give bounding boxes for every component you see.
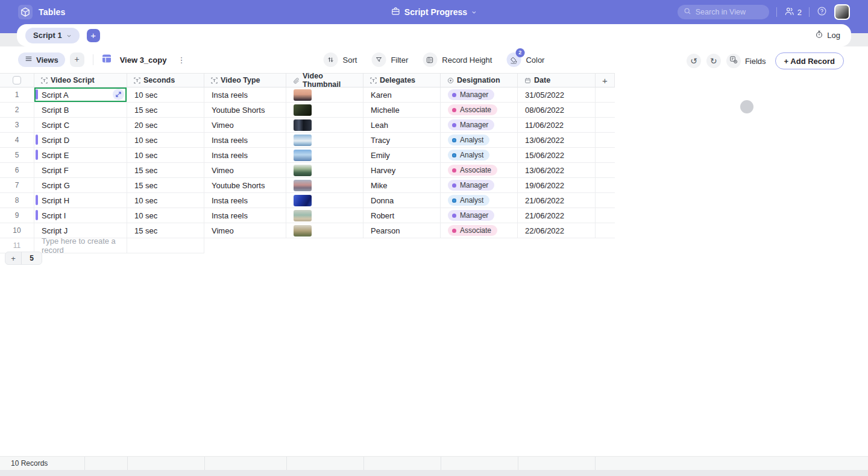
cell-designation[interactable]: Associate — [441, 163, 518, 177]
row-number[interactable]: 1 — [0, 87, 34, 102]
fields-label[interactable]: Fields — [745, 57, 766, 66]
cell-video-script[interactable]: Script D — [34, 133, 127, 147]
cell-date[interactable]: 11/06/2022 — [518, 118, 596, 132]
log-button[interactable]: Log — [815, 30, 843, 40]
row-number[interactable]: 7 — [0, 178, 34, 192]
cell-video-thumbnail[interactable] — [286, 178, 363, 192]
cell-video-thumbnail[interactable] — [286, 87, 363, 102]
app-brand[interactable]: Tables — [18, 0, 66, 24]
cell-designation[interactable]: Analyst — [441, 148, 518, 162]
view-menu-button[interactable]: ⋮ — [177, 56, 185, 65]
cell-video-thumbnail[interactable] — [286, 103, 363, 117]
video-thumbnail-image[interactable] — [294, 210, 312, 221]
cell-video-thumbnail[interactable] — [286, 223, 363, 238]
cell-seconds[interactable]: 10 sec — [127, 148, 204, 162]
cell-video-type[interactable]: Youtube Shorts — [204, 103, 286, 117]
cell-seconds[interactable]: 15 sec — [127, 178, 204, 192]
column-header-date[interactable]: Date — [518, 74, 596, 87]
cell-video-type[interactable]: Insta reels — [204, 208, 286, 223]
add-view-button[interactable]: + — [70, 52, 84, 67]
cell-date[interactable]: 08/06/2022 — [518, 103, 596, 117]
base-title-menu[interactable]: Script Progress — [391, 0, 477, 24]
cell-video-script[interactable]: Script F — [34, 163, 127, 177]
column-header-video-script[interactable]: Video Script — [34, 74, 127, 87]
fields-button[interactable] — [726, 54, 741, 68]
cell-seconds[interactable]: 10 sec — [127, 208, 204, 223]
column-header-seconds[interactable]: Seconds — [127, 74, 204, 87]
cell-date[interactable]: 13/06/2022 — [518, 133, 596, 147]
video-thumbnail-image[interactable] — [294, 150, 312, 161]
cell-video-type[interactable]: Insta reels — [204, 87, 286, 102]
sort-button[interactable]: Sort — [324, 52, 357, 67]
add-table-button[interactable]: + — [87, 29, 100, 42]
cell-delegates[interactable]: Leah — [363, 118, 441, 132]
search-input[interactable]: Search in View — [678, 5, 769, 19]
cell-designation[interactable]: Associate — [441, 223, 518, 238]
cell-video-script[interactable]: Script G — [34, 178, 127, 192]
bottom-scroll-track[interactable] — [0, 470, 868, 476]
filter-button[interactable]: Filter — [371, 52, 408, 67]
cell-delegates[interactable]: Michelle — [363, 103, 441, 117]
column-header-designation[interactable]: Designation — [441, 74, 518, 87]
cell-date[interactable]: 21/06/2022 — [518, 193, 596, 208]
add-rows-button[interactable]: + — [5, 252, 22, 264]
cell-delegates[interactable]: Donna — [363, 193, 441, 208]
cell-video-script[interactable]: Script H — [34, 193, 127, 208]
video-thumbnail-image[interactable] — [294, 165, 312, 176]
cell-delegates[interactable]: Harvey — [363, 163, 441, 177]
cell-delegates[interactable]: Karen — [363, 87, 441, 102]
expand-record-button[interactable] — [113, 89, 124, 100]
column-header-delegates[interactable]: Delegates — [363, 74, 441, 87]
cell-designation[interactable]: Analyst — [441, 193, 518, 208]
cell-designation[interactable]: Associate — [441, 103, 518, 117]
cell-video-thumbnail[interactable] — [286, 193, 363, 208]
cell-designation[interactable]: Analyst — [441, 133, 518, 147]
cell-video-thumbnail[interactable] — [286, 148, 363, 162]
cell-date[interactable]: 15/06/2022 — [518, 148, 596, 162]
cell-video-script[interactable]: Script J — [34, 223, 127, 238]
video-thumbnail-image[interactable] — [294, 180, 312, 191]
cell-video-script[interactable]: Script C — [34, 118, 127, 132]
cell-date[interactable]: 19/06/2022 — [518, 178, 596, 192]
cell-delegates[interactable]: Pearson — [363, 223, 441, 238]
cell-video-type[interactable]: Insta reels — [204, 193, 286, 208]
row-number[interactable]: 8 — [0, 193, 34, 208]
row-number[interactable]: 5 — [0, 148, 34, 162]
video-thumbnail-image[interactable] — [294, 119, 312, 131]
video-thumbnail-image[interactable] — [294, 225, 312, 236]
cell-seconds[interactable]: 15 sec — [127, 163, 204, 177]
cell-delegates[interactable]: Emily — [363, 148, 441, 162]
cell-seconds[interactable]: 10 sec — [127, 133, 204, 147]
help-button[interactable] — [817, 6, 827, 19]
cell-video-thumbnail[interactable] — [286, 118, 363, 132]
cell-date[interactable]: 21/06/2022 — [518, 208, 596, 223]
cell-video-thumbnail[interactable] — [286, 163, 363, 177]
record-height-button[interactable]: Record Height — [423, 52, 492, 67]
video-thumbnail-image[interactable] — [294, 89, 312, 101]
add-rows-count-input[interactable]: 5 — [22, 252, 42, 264]
collaborators-button[interactable]: 2 — [784, 7, 802, 17]
cell-delegates[interactable]: Tracy — [363, 133, 441, 147]
cell-designation[interactable]: Manager — [441, 178, 518, 192]
add-field-button[interactable]: + — [596, 74, 615, 87]
view-name[interactable]: View 3_copy — [120, 56, 167, 65]
cell-seconds[interactable]: 15 sec — [127, 223, 204, 238]
tab-script-1[interactable]: Script 1 — [25, 28, 80, 43]
row-number[interactable]: 3 — [0, 118, 34, 132]
new-record-input[interactable]: Type here to create a record — [34, 238, 127, 253]
row-number[interactable]: 10 — [0, 223, 34, 238]
cell-video-script[interactable]: Script B — [34, 103, 127, 117]
cell-video-type[interactable]: Insta reels — [204, 148, 286, 162]
cell-date[interactable]: 13/06/2022 — [518, 163, 596, 177]
cell-video-type[interactable]: Insta reels — [204, 133, 286, 147]
cell-video-script[interactable]: Script A — [34, 87, 127, 102]
select-all-checkbox[interactable] — [13, 76, 21, 84]
cell-delegates[interactable]: Mike — [363, 178, 441, 192]
row-number[interactable]: 4 — [0, 133, 34, 147]
cell-video-type[interactable]: Vimeo — [204, 223, 286, 238]
color-button[interactable]: 2 Color — [506, 52, 544, 67]
video-thumbnail-image[interactable] — [294, 104, 312, 116]
cell-date[interactable]: 31/05/2022 — [518, 87, 596, 102]
video-thumbnail-image[interactable] — [294, 195, 312, 206]
new-record-cell[interactable] — [127, 238, 204, 253]
